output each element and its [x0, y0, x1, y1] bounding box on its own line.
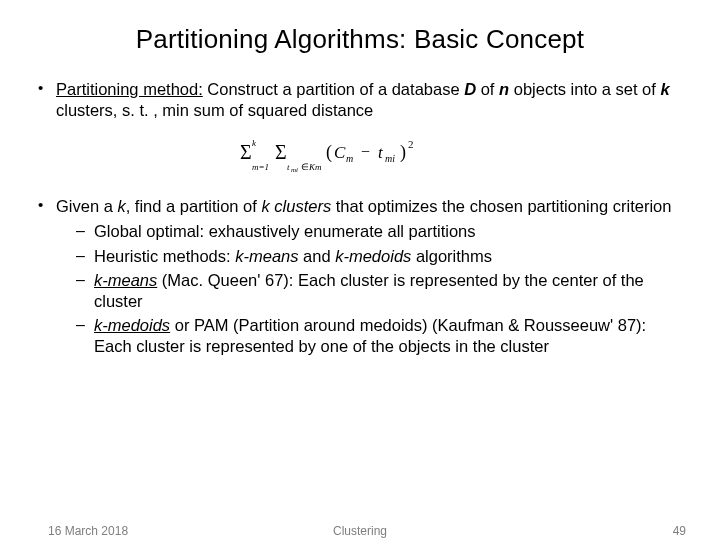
b1-c: objects into a set of — [509, 80, 660, 98]
bullet-2: Given a k, find a partition of k cluster… — [34, 196, 686, 356]
bullet-1: Partitioning method: Construct a partiti… — [34, 79, 686, 120]
s2a: Heuristic methods: — [94, 247, 235, 265]
sub-2: Heuristic methods: k-means and k-medoids… — [74, 246, 686, 267]
s2c: algorithms — [411, 247, 492, 265]
svg-text:Σ: Σ — [275, 141, 287, 163]
sub-4: k-medoids or PAM (Partition around medoi… — [74, 315, 686, 356]
b1-a: Construct a partition of a database — [203, 80, 464, 98]
svg-text:m=1: m=1 — [252, 162, 269, 172]
sub-3: k-means (Mac. Queen' 67): Each cluster i… — [74, 270, 686, 311]
s3k: k-means — [94, 271, 157, 289]
s2k: k-means — [235, 247, 298, 265]
b2-k1: k — [117, 197, 125, 215]
svg-text:t: t — [378, 143, 384, 162]
svg-text:m: m — [346, 153, 353, 164]
b1-lead: Partitioning method: — [56, 80, 203, 98]
svg-text:mi: mi — [291, 166, 298, 174]
svg-text:C: C — [334, 143, 346, 162]
sub-1: Global optimal: exhaustively enumerate a… — [74, 221, 686, 242]
svg-text:2: 2 — [408, 138, 414, 150]
svg-text:(: ( — [326, 142, 332, 163]
b1-b: of — [476, 80, 499, 98]
b2-post: that optimizes the chosen partitioning c… — [331, 197, 671, 215]
s3r: (Mac. Queen' 67): Each cluster is repres… — [94, 271, 644, 310]
b1-d: clusters, s. t. , min sum of squared dis… — [56, 101, 373, 119]
b2-kc: k clusters — [261, 197, 331, 215]
bullet-list: Partitioning method: Construct a partiti… — [34, 79, 686, 120]
b2-mid: , find a partition of — [126, 197, 262, 215]
b1-D: D — [464, 80, 476, 98]
svg-text:−: − — [361, 143, 370, 160]
s2b: and — [299, 247, 336, 265]
svg-text:Km: Km — [308, 162, 322, 172]
footer-center: Clustering — [0, 524, 720, 538]
sub-list: Global optimal: exhaustively enumerate a… — [74, 221, 686, 357]
bullet-list-2: Given a k, find a partition of k cluster… — [34, 196, 686, 356]
b1-n: n — [499, 80, 509, 98]
s4k: k-medoids — [94, 316, 170, 334]
slide-title: Partitioning Algorithms: Basic Concept — [34, 24, 686, 55]
svg-text:mi: mi — [385, 153, 395, 164]
formula: Σ k m=1 Σ t mi ∈ Km ( C m − t mi ) 2 — [34, 134, 686, 178]
svg-text:t: t — [287, 162, 290, 172]
b2-pre: Given a — [56, 197, 117, 215]
b1-k: k — [660, 80, 669, 98]
svg-text:∈: ∈ — [301, 162, 309, 172]
svg-text:k: k — [252, 138, 257, 148]
svg-text:): ) — [400, 142, 406, 163]
s2m: k-medoids — [335, 247, 411, 265]
footer-page: 49 — [673, 524, 686, 538]
s4r: or PAM (Partition around medoids) (Kaufm… — [94, 316, 646, 355]
svg-text:Σ: Σ — [240, 141, 252, 163]
